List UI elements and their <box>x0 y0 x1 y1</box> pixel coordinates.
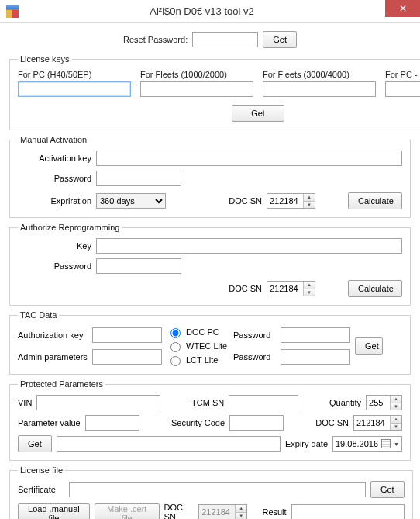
reset-password-label: Reset Password: <box>123 35 188 44</box>
licfile-docsn-spinner[interactable]: ▲▼ <box>198 504 247 519</box>
tcm-sn-input[interactable] <box>229 395 298 410</box>
close-button[interactable]: ✕ <box>385 0 420 17</box>
result-label: Result <box>262 507 286 517</box>
reset-password-get-button[interactable]: Get <box>263 31 297 48</box>
load-manual-file-button[interactable]: Load .manual file <box>18 503 90 519</box>
security-code-label: Security Code <box>171 418 225 427</box>
certificate-label: Sertificate <box>18 485 64 494</box>
license-col-0-label: For PC (H40/50EP) <box>18 70 131 79</box>
license-get-button[interactable]: Get <box>232 105 284 122</box>
security-code-input[interactable] <box>229 415 284 431</box>
license-keys-group: License keys For PC (H40/50EP) For Fleet… <box>9 54 420 130</box>
manual-password-input[interactable] <box>96 171 181 186</box>
make-cert-file-button[interactable]: Make .cert file <box>95 503 160 519</box>
expiry-date-picker[interactable]: 19.08.2016 ▼ <box>332 436 402 452</box>
expiration-select[interactable]: 360 days <box>96 193 166 209</box>
authorize-reprogramming-legend: Authorize Reprogramming <box>18 223 122 232</box>
protected-docsn-spinner[interactable]: ▲▼ <box>353 415 402 431</box>
protected-result-input[interactable] <box>57 436 281 452</box>
license-fleets-1000-input[interactable] <box>140 81 253 97</box>
tac-admin-params-input[interactable] <box>92 349 162 365</box>
tac-password-1-input[interactable] <box>281 327 350 343</box>
vin-input[interactable] <box>36 395 160 410</box>
window-title: Al²i$0n D0€ v13 tool v2 <box>19 5 420 17</box>
protected-parameters-legend: Protected Parameters <box>18 379 105 389</box>
license-file-legend: License file <box>18 465 65 475</box>
tac-radio-docpc[interactable]: DOC PC <box>167 326 229 338</box>
activation-key-label: Activation key <box>18 154 91 163</box>
tac-auth-key-label: Authorization key <box>18 330 88 340</box>
auth-key-input[interactable] <box>96 238 402 254</box>
license-fleets-3000-input[interactable] <box>263 81 376 97</box>
auth-key-label: Key <box>18 241 91 251</box>
auth-docsn-spinner[interactable]: ▲▼ <box>267 281 315 296</box>
auth-password-label: Password <box>18 261 91 271</box>
certificate-get-button[interactable]: Get <box>370 481 405 498</box>
auth-docsn-label: DOC SN <box>229 284 262 293</box>
titlebar: Al²i$0n D0€ v13 tool v2 ✕ <box>0 0 420 23</box>
auth-calculate-button[interactable]: Calculate <box>348 280 402 297</box>
tac-password-2-label: Password <box>233 352 276 362</box>
license-col-1-label: For Fleets (1000/2000) <box>140 70 253 79</box>
param-value-label: Parameter value <box>18 418 81 427</box>
manual-activation-group: Manual Activation Activation key Passwor… <box>9 135 411 218</box>
tcm-sn-label: TCM SN <box>191 398 224 407</box>
expiry-date-label: Expiry date <box>285 439 328 448</box>
calendar-icon <box>381 439 391 448</box>
manual-docsn-label: DOC SN <box>229 196 262 206</box>
tac-password-1-label: Password <box>233 330 276 340</box>
protected-docsn-label: DOC SN <box>315 418 349 427</box>
license-keys-legend: License keys <box>18 54 72 64</box>
tac-admin-params-label: Admin parameters <box>18 352 88 362</box>
result-input[interactable] <box>291 504 405 519</box>
manual-docsn-spinner[interactable]: ▲▼ <box>267 193 315 209</box>
param-value-input[interactable] <box>85 415 139 431</box>
protected-parameters-group: Protected Parameters VIN TCM SN Quantity… <box>9 379 411 461</box>
auth-password-input[interactable] <box>96 258 181 274</box>
license-pc-input[interactable] <box>18 81 131 97</box>
tac-radio-lct[interactable]: LCT Lite <box>167 354 229 366</box>
tac-auth-key-input[interactable] <box>92 327 162 343</box>
manual-password-label: Password <box>18 174 91 183</box>
tac-get-button[interactable]: Get <box>355 337 383 355</box>
activation-key-input[interactable] <box>96 151 402 166</box>
license-col-3-label: For PC - Service Tool <box>385 70 420 79</box>
expiration-label: Expriration <box>18 196 91 206</box>
license-file-group: License file Sertificate Get Load .manua… <box>9 465 413 519</box>
quantity-spinner[interactable]: ▲▼ <box>366 395 402 410</box>
manual-calculate-button[interactable]: Calculate <box>348 192 402 209</box>
app-icon <box>6 5 19 18</box>
license-service-tool-input[interactable] <box>385 81 420 97</box>
tac-password-2-input[interactable] <box>281 349 350 365</box>
licfile-docsn-label: DOC SN <box>164 503 195 519</box>
certificate-input[interactable] <box>69 482 366 497</box>
tac-data-group: TAC Data Authorization key DOC PC WTEC L… <box>9 310 411 375</box>
quantity-label: Quantity <box>329 398 361 407</box>
vin-label: VIN <box>18 398 32 407</box>
reset-password-input[interactable] <box>192 32 258 47</box>
manual-activation-legend: Manual Activation <box>18 135 89 144</box>
tac-data-legend: TAC Data <box>18 310 59 320</box>
license-col-2-label: For Fleets (3000/4000) <box>263 70 376 79</box>
protected-get-button[interactable]: Get <box>18 435 52 452</box>
tac-radio-wtec[interactable]: WTEC Lite <box>167 340 229 352</box>
authorize-reprogramming-group: Authorize Reprogramming Key Password DOC… <box>9 223 411 306</box>
